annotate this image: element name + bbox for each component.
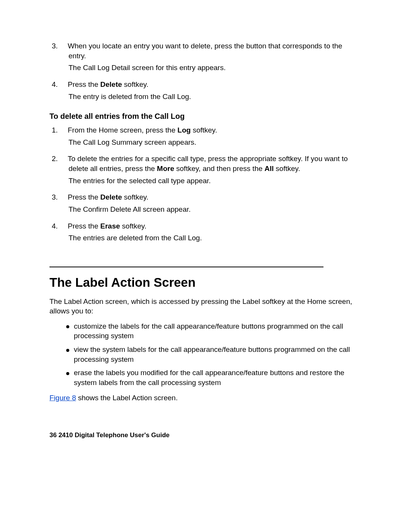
step-3: 3.When you locate an entry you want to d… [60, 41, 362, 61]
step-text-bold: Log [177, 126, 191, 134]
list-item: view the system labels for the call appe… [66, 345, 362, 364]
figure-8-link[interactable]: Figure 8 [49, 394, 76, 402]
list-item: erase the labels you modified for the ca… [66, 368, 362, 387]
step-number: 4. [60, 221, 68, 231]
step-text-post: softkey. [191, 126, 217, 134]
step-number: 3. [60, 192, 68, 202]
section-title: The Label Action Screen [49, 274, 362, 291]
del-step-2-result: The entries for the selected call type a… [68, 176, 362, 186]
step-4-result: The entry is deleted from the Call Log. [68, 92, 362, 102]
step-text-mid: softkey, and then press the [174, 165, 264, 173]
step-text-bold: Delete [100, 193, 122, 201]
step-text-post: softkey. [122, 193, 148, 201]
step-text-pre: Press the [68, 222, 100, 230]
step-text-bold-2: All [264, 165, 274, 173]
step-text-post: softkey. [120, 222, 146, 230]
bullet-text: view the system labels for the call appe… [74, 345, 350, 363]
continued-steps: 3.When you locate an entry you want to d… [60, 41, 362, 101]
del-step-3: 3.Press the Delete softkey. [60, 192, 362, 202]
step-3-result: The Call Log Detail screen for this entr… [68, 63, 362, 73]
del-step-4: 4.Press the Erase softkey. [60, 221, 362, 231]
figure-ref-tail: shows the Label Action screen. [76, 394, 178, 402]
step-text: When you locate an entry you want to del… [68, 42, 342, 60]
bullet-text: erase the labels you modified for the ca… [74, 369, 344, 387]
step-text-bold: Erase [100, 222, 120, 230]
del-step-4-result: The entries are deleted from the Call Lo… [68, 233, 362, 243]
del-step-1-result: The Call Log Summary screen appears. [68, 137, 362, 147]
step-text-bold-1: More [157, 165, 174, 173]
step-text-post: softkey. [122, 80, 148, 88]
section-divider [49, 267, 323, 267]
footer-title: 2410 Digital Telephone User's Guide [59, 431, 170, 439]
del-step-1: 1.From the Home screen, press the Log so… [60, 125, 362, 135]
step-text-pre: From the Home screen, press the [68, 126, 177, 134]
figure-reference: Figure 8 shows the Label Action screen. [49, 393, 362, 403]
section-intro: The Label Action screen, which is access… [49, 297, 362, 316]
step-text-post: softkey. [274, 165, 300, 173]
step-number: 1. [60, 125, 68, 135]
step-number: 3. [60, 41, 68, 51]
list-item: customize the labels for the call appear… [66, 321, 362, 341]
feature-bullets: customize the labels for the call appear… [66, 321, 362, 388]
delete-all-steps: 1.From the Home screen, press the Log so… [60, 125, 362, 243]
step-4: 4.Press the Delete softkey. [60, 80, 362, 89]
step-text-bold: Delete [100, 80, 122, 88]
page-number: 36 [49, 431, 57, 439]
subsection-heading: To delete all entries from the Call Log [49, 111, 362, 121]
del-step-3-result: The Confirm Delete All screen appear. [68, 204, 362, 214]
document-page: 3.When you locate an entry you want to d… [0, 0, 411, 532]
step-text-pre: Press the [68, 193, 100, 201]
step-number: 4. [60, 80, 68, 89]
del-step-2: 2.To delete the entries for a specific c… [60, 154, 362, 173]
step-text-pre: Press the [68, 80, 100, 88]
step-number: 2. [60, 154, 68, 164]
bullet-text: customize the labels for the call appear… [74, 322, 343, 340]
page-footer: 36 2410 Digital Telephone User's Guide [49, 431, 170, 440]
